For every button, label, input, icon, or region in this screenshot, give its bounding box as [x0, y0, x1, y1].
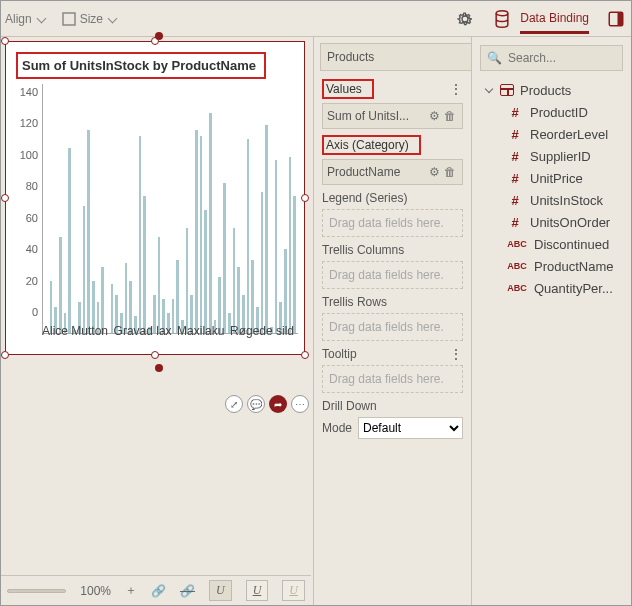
- number-type-icon: #: [506, 149, 524, 164]
- fields-search[interactable]: 🔍: [480, 45, 623, 71]
- x-axis: Alice MuttonGravad laxMaxilakuRøgede sil…: [42, 324, 294, 338]
- top-toolbar: Align Size Data Binding: [1, 1, 631, 37]
- number-type-icon: #: [506, 127, 524, 142]
- bar: [59, 237, 62, 334]
- trellis-rows-section-title: Trellis Rows: [322, 295, 387, 309]
- expand-button[interactable]: ⤢: [225, 395, 243, 413]
- tooltip-menu-button[interactable]: ⋮: [449, 347, 463, 361]
- data-binding-tab[interactable]: Data Binding: [492, 5, 589, 34]
- fields-table-label: Products: [520, 83, 571, 98]
- chart-widget[interactable]: Sum of UnitsInStock by ProductName 14012…: [5, 41, 305, 355]
- search-icon: 🔍: [487, 51, 502, 65]
- text-type-icon: ABC: [506, 261, 528, 271]
- legend-section-title: Legend (Series): [322, 191, 407, 205]
- more-button[interactable]: ⋯: [291, 395, 309, 413]
- share-icon: ➦: [274, 399, 282, 410]
- unit-toggle-alt[interactable]: U: [282, 580, 305, 601]
- bar: [293, 196, 296, 334]
- resize-handle-se[interactable]: [301, 351, 309, 359]
- bar: [223, 183, 226, 334]
- expand-icon: ⤢: [230, 399, 238, 410]
- unit-toggle-on[interactable]: U: [209, 580, 232, 601]
- unit-toggle-off[interactable]: U: [246, 580, 269, 601]
- size-icon: [62, 12, 76, 26]
- align-dropdown[interactable]: Align: [5, 12, 46, 26]
- zoom-value: 100%: [80, 584, 111, 598]
- tooltip-section-title: Tooltip: [322, 347, 357, 361]
- size-dropdown[interactable]: Size: [62, 12, 117, 26]
- chevron-down-icon: [107, 14, 117, 24]
- trellis-rows-drop-zone[interactable]: Drag data fields here.: [322, 313, 463, 341]
- bar: [204, 210, 207, 334]
- trellis-cols-drop-zone[interactable]: Drag data fields here.: [322, 261, 463, 289]
- field-item[interactable]: #UnitPrice: [480, 167, 623, 189]
- bar: [247, 139, 250, 334]
- tooltip-drop-zone[interactable]: Drag data fields here.: [322, 365, 463, 393]
- chevron-down-icon: [36, 14, 46, 24]
- status-bar: 100% ＋ 🔗 🔗 UU U: [1, 575, 311, 605]
- field-item[interactable]: ABCQuantityPer...: [480, 277, 623, 299]
- text-type-icon: ABC: [506, 239, 528, 249]
- datasource-selector[interactable]: Products ×: [320, 43, 472, 71]
- bar: [233, 228, 236, 334]
- align-label: Align: [5, 12, 32, 26]
- resize-handle-nw[interactable]: [1, 37, 9, 45]
- legend-drop-zone[interactable]: Drag data fields here.: [322, 209, 463, 237]
- field-label: SupplierID: [530, 149, 591, 164]
- fields-search-input[interactable]: [506, 50, 631, 66]
- toggle-panel-button[interactable]: [607, 10, 625, 28]
- field-item[interactable]: #ProductID: [480, 101, 623, 123]
- bar: [289, 157, 292, 334]
- axis-chip[interactable]: ProductName ⚙ 🗑: [322, 159, 463, 185]
- gear-icon[interactable]: ⚙: [426, 165, 442, 179]
- y-tick: 60: [26, 212, 38, 224]
- field-item[interactable]: #UnitsInStock: [480, 189, 623, 211]
- zoom-in-button[interactable]: ＋: [125, 582, 137, 599]
- more-icon: ⋯: [295, 399, 305, 410]
- comment-button[interactable]: 💬: [247, 395, 265, 413]
- fields-table-node[interactable]: Products: [480, 79, 623, 101]
- field-item[interactable]: #ReorderLevel: [480, 123, 623, 145]
- resize-handle-s[interactable]: [151, 351, 159, 359]
- bar: [275, 160, 278, 334]
- field-item[interactable]: #SupplierID: [480, 145, 623, 167]
- field-label: ProductName: [534, 259, 613, 274]
- trash-icon[interactable]: 🗑: [442, 109, 458, 123]
- size-label: Size: [80, 12, 103, 26]
- link-button[interactable]: 🔗: [151, 584, 166, 598]
- field-item[interactable]: ABCProductName: [480, 255, 623, 277]
- rotate-handle-bottom[interactable]: [155, 364, 163, 372]
- binding-config-pane: Products × Values ⋮ Sum of UnitsI... ⚙ 🗑…: [314, 37, 472, 605]
- gear-icon[interactable]: ⚙: [426, 109, 442, 123]
- resize-handle-sw[interactable]: [1, 351, 9, 359]
- drill-mode-select[interactable]: Default: [358, 417, 463, 439]
- share-button[interactable]: ➦: [269, 395, 287, 413]
- y-tick: 120: [20, 117, 38, 129]
- values-menu-button[interactable]: ⋮: [449, 82, 463, 96]
- zoom-slider[interactable]: [7, 589, 66, 593]
- field-item[interactable]: ABCDiscontinued: [480, 233, 623, 255]
- datasource-name: Products: [327, 50, 374, 64]
- bar: [83, 206, 86, 334]
- axis-section-title: Axis (Category): [322, 135, 421, 155]
- x-tick: Gravad lax: [114, 324, 172, 338]
- chevron-down-icon: [484, 85, 494, 95]
- unlink-button[interactable]: 🔗: [180, 584, 195, 598]
- trash-icon[interactable]: 🗑: [442, 165, 458, 179]
- resize-handle-e[interactable]: [301, 194, 309, 202]
- bar: [139, 136, 142, 334]
- resize-handle-w[interactable]: [1, 194, 9, 202]
- field-item[interactable]: #UnitsOnOrder: [480, 211, 623, 233]
- bar: [143, 196, 146, 334]
- field-label: Discontinued: [534, 237, 609, 252]
- fields-pane: 🔍 Products #ProductID#ReorderLevel#Suppl…: [472, 37, 631, 605]
- rotate-handle-top[interactable]: [155, 32, 163, 40]
- chart-title-highlight: Sum of UnitsInStock by ProductName: [16, 52, 266, 79]
- settings-button[interactable]: [456, 10, 474, 28]
- y-tick: 80: [26, 180, 38, 192]
- values-chip[interactable]: Sum of UnitsI... ⚙ 🗑: [322, 103, 463, 129]
- number-type-icon: #: [506, 105, 524, 120]
- widget-action-buttons: ⤢ 💬 ➦ ⋯: [225, 395, 309, 413]
- design-canvas[interactable]: Sum of UnitsInStock by ProductName 14012…: [1, 37, 313, 575]
- number-type-icon: #: [506, 215, 524, 230]
